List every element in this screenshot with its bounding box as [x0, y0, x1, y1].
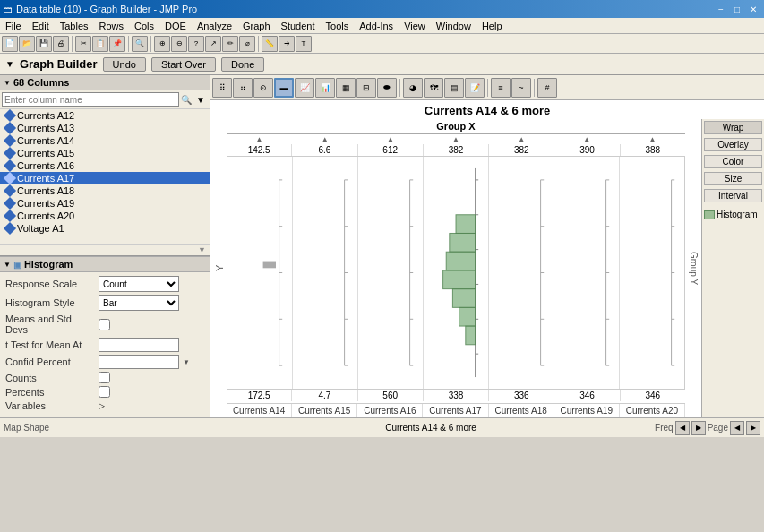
more-btn1[interactable]: ≡ — [491, 78, 511, 98]
bar-btn[interactable]: 📊 — [315, 78, 335, 98]
cut-btn[interactable]: ✂ — [75, 36, 91, 52]
maximize-button[interactable]: □ — [730, 3, 744, 15]
column-options-button[interactable]: ▼ — [193, 92, 208, 107]
histogram-btn[interactable]: ▬ — [274, 78, 294, 98]
box-btn[interactable]: ⊟ — [356, 78, 376, 98]
minimize-button[interactable]: − — [714, 3, 728, 15]
menu-edit[interactable]: Edit — [27, 18, 55, 33]
help-btn[interactable]: ? — [188, 36, 204, 52]
ttest-input[interactable] — [99, 338, 179, 352]
menu-analyze[interactable]: Analyze — [192, 18, 237, 33]
print-btn[interactable]: 🖨 — [53, 36, 69, 52]
paste-btn[interactable]: 📌 — [109, 36, 125, 52]
confid-percent-input[interactable] — [99, 355, 179, 369]
percents-label: Percents — [5, 387, 95, 398]
close-button[interactable]: ✕ — [746, 3, 760, 15]
scroll-indicator: ▼ — [198, 245, 206, 254]
menu-view[interactable]: View — [399, 18, 431, 33]
collapse-triangle[interactable]: ▼ — [5, 59, 14, 69]
menu-help[interactable]: Help — [476, 18, 508, 33]
open-btn[interactable]: 📂 — [19, 36, 35, 52]
means-stddevs-checkbox[interactable] — [99, 319, 110, 330]
undo-button[interactable]: Undo — [103, 57, 146, 72]
caption-btn[interactable]: 📝 — [465, 78, 485, 98]
list-item[interactable]: Currents A13 — [0, 122, 210, 134]
brush-btn[interactable]: ✏ — [222, 36, 238, 52]
size-btn[interactable]: Size — [704, 172, 762, 185]
arrow-btn[interactable]: ➜ — [279, 36, 295, 52]
menu-file[interactable]: File — [0, 18, 27, 33]
scatter-btn[interactable]: ⠶ — [233, 78, 253, 98]
heatmap-btn[interactable]: ▦ — [336, 78, 356, 98]
svg-rect-26 — [456, 215, 476, 234]
select-btn[interactable]: ↗ — [205, 36, 221, 52]
sep3 — [534, 79, 535, 97]
grid-btn[interactable]: # — [537, 78, 557, 98]
violin-btn[interactable]: ⬬ — [377, 78, 397, 98]
page-left-btn[interactable]: ◀ — [730, 421, 744, 435]
menu-student[interactable]: Student — [276, 18, 321, 33]
counts-checkbox[interactable] — [99, 372, 110, 383]
response-scale-select[interactable]: Count — [99, 276, 179, 292]
text-btn[interactable]: T — [296, 36, 312, 52]
search-icon-button[interactable]: 🔍 — [179, 92, 193, 107]
overlay-btn[interactable]: Overlay — [704, 138, 762, 151]
menu-doe[interactable]: DOE — [159, 18, 192, 33]
start-over-button[interactable]: Start Over — [151, 57, 216, 72]
hist-style-select[interactable]: Bar — [99, 295, 179, 311]
list-item[interactable]: Currents A14 — [0, 134, 210, 147]
menu-rows[interactable]: Rows — [94, 18, 130, 33]
treemap-btn[interactable]: ▤ — [444, 78, 464, 98]
menu-cols[interactable]: Cols — [129, 18, 159, 33]
new-btn[interactable]: 📄 — [2, 36, 18, 52]
map-btn[interactable]: 🗺 — [424, 78, 443, 98]
column-search-input[interactable] — [2, 92, 179, 107]
menu-tools[interactable]: Tools — [321, 18, 355, 33]
nav-left-btn[interactable]: ◀ — [675, 421, 690, 435]
histogram-legend: Histogram — [704, 210, 762, 219]
line-btn[interactable]: 📏 — [262, 36, 278, 52]
list-item[interactable]: Currents A12 — [0, 109, 210, 122]
bottom-values-row: 172.5 4.7 560 338 336 346 346 — [227, 390, 685, 401]
app-icon: 🗃 — [4, 4, 13, 14]
graph-wrapper: Y Group X ▲ ▲ ▲ ▲ ▲ ▲ ▲ — [210, 119, 764, 417]
list-item[interactable]: Currents A18 — [0, 184, 210, 197]
zoom-in-btn[interactable]: ⊕ — [154, 36, 170, 52]
list-item[interactable]: Currents A15 — [0, 147, 210, 159]
list-item[interactable]: Currents A16 — [0, 159, 210, 172]
menu-addins[interactable]: Add-Ins — [354, 18, 399, 33]
copy-btn[interactable]: 📋 — [92, 36, 108, 52]
more-btn2[interactable]: ~ — [511, 78, 531, 98]
menu-graph[interactable]: Graph — [237, 18, 276, 33]
list-item[interactable]: Voltage A1 — [0, 222, 210, 235]
lasso-btn[interactable]: ⌀ — [239, 36, 255, 52]
search-btn[interactable]: 🔍 — [132, 36, 148, 52]
line-btn[interactable]: 📈 — [295, 78, 314, 98]
columns-header[interactable]: ▼ 68 Columns — [0, 75, 210, 90]
save-btn[interactable]: 💾 — [36, 36, 52, 52]
top-val-5: 390 — [554, 144, 620, 156]
density-btn[interactable]: ⊙ — [253, 78, 273, 98]
title-bar-left: 🗃 Data table (10) - Graph Builder - JMP … — [4, 4, 197, 14]
points-btn[interactable]: ⠿ — [212, 78, 232, 98]
pie-btn[interactable]: ◕ — [403, 78, 423, 98]
zoom-out-btn[interactable]: ⊖ — [171, 36, 187, 52]
nav-right-btn[interactable]: ▶ — [691, 421, 706, 435]
list-item[interactable]: Currents A19 — [0, 197, 210, 210]
wrap-label[interactable]: Wrap — [704, 121, 762, 134]
percents-checkbox[interactable] — [99, 386, 110, 398]
menu-bar: File Edit Tables Rows Cols DOE Analyze G… — [0, 18, 764, 34]
menu-tables[interactable]: Tables — [55, 18, 94, 33]
color-btn[interactable]: Color — [704, 155, 762, 168]
histogram-section-header[interactable]: ▼ ▣ Histogram — [0, 256, 210, 272]
menu-window[interactable]: Window — [431, 18, 476, 33]
list-item-selected[interactable]: Currents A17 — [0, 172, 210, 184]
page-right-btn[interactable]: ▶ — [746, 421, 760, 435]
list-item[interactable]: Currents A20 — [0, 210, 210, 222]
done-button[interactable]: Done — [221, 57, 264, 72]
percents-row: Percents — [5, 386, 204, 398]
bottom-center-label: Currents A14 & 6 more — [385, 423, 476, 433]
interval-btn[interactable]: Interval — [704, 189, 762, 202]
bottom-val-6: 346 — [621, 390, 685, 401]
y-axis-label: Y — [210, 119, 227, 417]
